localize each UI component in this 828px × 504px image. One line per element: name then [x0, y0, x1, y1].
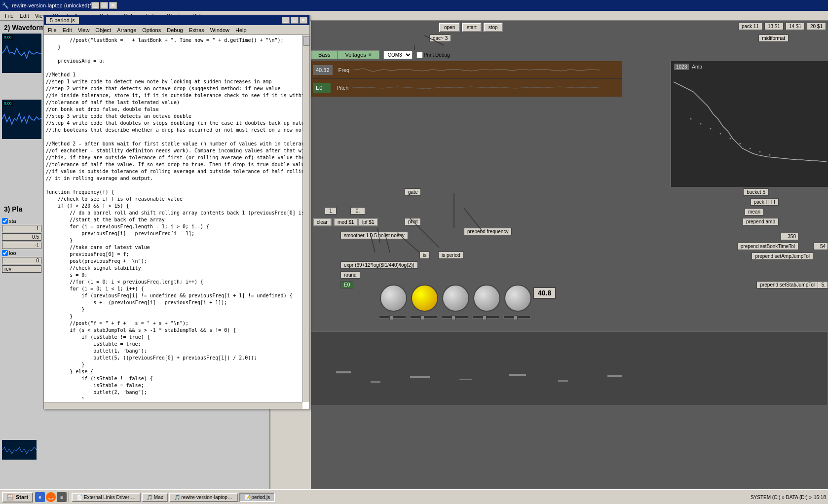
- display-value-box: 40.8: [533, 287, 556, 299]
- code-menu-object[interactable]: Object: [92, 26, 114, 34]
- gate-box[interactable]: gate: [405, 188, 421, 196]
- code-minimize[interactable]: _: [282, 17, 290, 24]
- slider-2[interactable]: [410, 316, 437, 319]
- code-window-tab[interactable]: 5 period.js: [46, 17, 79, 24]
- mean-box[interactable]: mean: [745, 208, 764, 216]
- freq-label: Freq: [335, 66, 354, 74]
- prepend-stabjump-box[interactable]: prepend setStabJumpTol: [756, 281, 818, 288]
- amp-viz: [671, 72, 828, 187]
- lpf-box[interactable]: lpf $1: [358, 218, 378, 226]
- svg-rect-14: [558, 380, 568, 382]
- svg-point-3: [720, 133, 721, 135]
- knob-2-active[interactable]: [411, 285, 438, 312]
- prepend-amp-box[interactable]: prepend amp: [743, 218, 779, 225]
- taskbar-item-0[interactable]: 📄 External Links Driver V8....: [72, 493, 141, 502]
- val14-box[interactable]: 14 $1: [786, 23, 805, 30]
- amp-header: 1023 Amp: [671, 61, 828, 72]
- knob-1[interactable]: [380, 285, 407, 312]
- knob-3[interactable]: [442, 285, 469, 312]
- taskbar-item-3-icon: 📝: [244, 495, 250, 500]
- print-box[interactable]: print: [405, 218, 421, 225]
- slider-1[interactable]: [379, 316, 406, 319]
- code-scrollbar-h[interactable]: [44, 402, 302, 409]
- checkbox-2[interactable]: [2, 250, 8, 256]
- pack-ffff-box[interactable]: pack f f f f: [751, 198, 779, 206]
- e0-box[interactable]: E0: [340, 281, 353, 288]
- val-54-box: 54: [813, 243, 828, 250]
- code-menu-extras[interactable]: Extras: [186, 26, 207, 34]
- code-close[interactable]: ✕: [300, 17, 307, 24]
- firefox-icon[interactable]: 🦊: [46, 492, 56, 502]
- med-box[interactable]: med $1: [334, 218, 358, 226]
- code-window-title-bar: 5 period.js _ □ ✕: [44, 15, 309, 25]
- val1-box[interactable]: 1: [325, 207, 337, 215]
- slider-5[interactable]: [503, 316, 530, 319]
- prepend-freq-box[interactable]: prepend frequency: [464, 228, 512, 235]
- prepend-ampjump-box[interactable]: prepend setAmpJumpTol: [752, 252, 813, 260]
- knob-5[interactable]: [504, 285, 531, 312]
- slider-4[interactable]: [472, 316, 499, 319]
- bucket5-box[interactable]: bucket 5: [743, 188, 769, 196]
- ie-icon[interactable]: e: [35, 492, 45, 502]
- start-button-taskbar[interactable]: 🪟 Start: [2, 492, 33, 503]
- code-window-menu: File Edit View Object Arrange Options De…: [44, 25, 309, 35]
- expr-box[interactable]: expr (69+12*log($f1/440)/log(2)): [340, 261, 418, 269]
- clear-box[interactable]: clear: [313, 218, 332, 226]
- svg-point-5: [740, 143, 741, 144]
- menu-edit[interactable]: Edit: [17, 12, 32, 20]
- dac-box[interactable]: dac~ 3: [429, 35, 451, 42]
- slider-3[interactable]: [441, 316, 468, 319]
- is-box[interactable]: is: [419, 252, 430, 259]
- com-port-selector[interactable]: COM3: [383, 51, 413, 59]
- val13-box[interactable]: 13 $1: [764, 23, 784, 30]
- round-box[interactable]: round: [340, 271, 360, 279]
- bass-tab[interactable]: Bass: [311, 50, 338, 59]
- code-menu-view[interactable]: View: [75, 26, 93, 34]
- val20-box[interactable]: 20 $1: [807, 23, 826, 30]
- smoother-box[interactable]: smoother 1 0.5 nolist noenv: [340, 232, 408, 239]
- title-bar-title: rewire-version-laptop (unlocked)*: [12, 2, 91, 8]
- taskbar-item-2[interactable]: 🎵 rewire-version-laptop (u...: [169, 493, 238, 502]
- code-menu-file[interactable]: File: [45, 26, 60, 34]
- val0-box[interactable]: 0.: [350, 207, 365, 215]
- code-menu-options[interactable]: Options: [139, 26, 164, 34]
- quicklaunch-icon[interactable]: ≡: [57, 492, 67, 502]
- is-period-box[interactable]: is period: [438, 252, 464, 259]
- code-content[interactable]: //post("lastBonk = " + lastBonk + ". Tim…: [44, 35, 309, 399]
- taskbar-item-2-label: rewire-version-laptop (u...: [182, 495, 237, 500]
- voltages-tab[interactable]: Voltages ✕: [338, 50, 379, 59]
- waveform-display-1: 0.00: [2, 34, 41, 73]
- start-button[interactable]: start: [462, 23, 481, 32]
- midiformat-box[interactable]: midiformat: [758, 35, 789, 42]
- print-debug-checkbox[interactable]: [416, 52, 423, 58]
- code-menu-window[interactable]: Window: [207, 26, 232, 34]
- svg-rect-12: [459, 379, 472, 380]
- close-button[interactable]: ✕: [109, 2, 117, 9]
- taskbar-item-3[interactable]: 📝 period.js: [239, 493, 275, 502]
- voltages-close-icon[interactable]: ✕: [368, 52, 372, 57]
- code-editor-window: 5 period.js _ □ ✕ File Edit View Object …: [43, 15, 310, 409]
- code-maximize[interactable]: □: [291, 17, 299, 24]
- stop-button[interactable]: stop: [484, 23, 503, 32]
- knob-sliders: [379, 316, 530, 319]
- pack11-box[interactable]: pack 11: [738, 23, 762, 30]
- val-rev: rev: [2, 265, 41, 273]
- code-menu-debug[interactable]: Debug: [164, 26, 186, 34]
- code-menu-help[interactable]: Help: [232, 26, 250, 34]
- minimize-button[interactable]: _: [91, 2, 99, 9]
- code-menu-edit[interactable]: Edit: [60, 26, 75, 34]
- open-button[interactable]: open: [439, 23, 460, 32]
- prepend-bonk-box[interactable]: prepend setBonkTimeTol: [737, 243, 798, 250]
- title-bar-icon: 🔧: [2, 2, 9, 9]
- menu-file[interactable]: File: [2, 12, 17, 20]
- code-menu-arrange[interactable]: Arrange: [114, 26, 139, 34]
- mini-waveform: [2, 440, 37, 460]
- system-info: SYSTEM (C:) » DATA (D:) »: [751, 495, 812, 500]
- taskbar-item-1[interactable]: 🎵 Max: [142, 493, 168, 502]
- knob-4[interactable]: [473, 285, 500, 312]
- amp-display-area: 1023 Amp: [670, 61, 828, 187]
- maximize-button[interactable]: □: [100, 2, 108, 9]
- checkbox-1[interactable]: [2, 218, 8, 224]
- scroll-thumb[interactable]: [303, 36, 309, 46]
- code-scrollbar-v[interactable]: [302, 35, 309, 402]
